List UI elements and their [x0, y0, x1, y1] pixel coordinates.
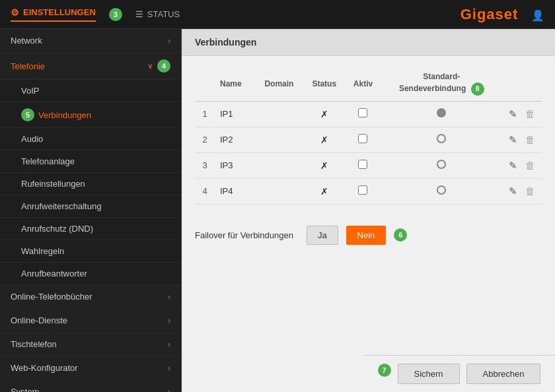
sidebar-item-system[interactable]: System › [0, 380, 181, 392]
failover-row: Failover für Verbindungen Ja Nein 6 [182, 215, 555, 255]
table-row: 4 IP4 ✗ ✎ 🗑 [195, 178, 542, 204]
badge-3: 3 [109, 8, 122, 21]
anrufschutz-label: Anrufschutz (DND) [21, 224, 93, 234]
table-row: 1 IP1 ✗ ✎ 🗑 [195, 101, 542, 127]
edit-button[interactable]: ✎ [506, 184, 520, 199]
audio-label: Audio [21, 134, 43, 144]
sidebar-subitem-anrufweiterschaltung[interactable]: Anrufweiterschaltung [0, 195, 181, 218]
sidebar-item-telefonie[interactable]: Telefonie ∨ 4 [0, 53, 181, 80]
web-konfigurator-label: Web-Konfigurator [11, 363, 78, 373]
cell-num: 4 [195, 178, 215, 204]
gear-icon: ⚙ [11, 7, 19, 18]
cell-name: IP1 [215, 101, 255, 127]
cell-aktiv[interactable] [346, 127, 381, 152]
aktiv-checkbox[interactable] [358, 134, 367, 143]
einstellungen-tab[interactable]: ⚙ EINSTELLUNGEN [11, 7, 96, 22]
col-standard: Standard-Sendeverbindung 8 [381, 67, 502, 101]
col-aktiv: Aktiv [346, 67, 381, 101]
chevron-right-icon-5: › [168, 364, 170, 373]
user-icon: 👤 [531, 10, 544, 21]
cell-aktiv[interactable] [346, 101, 381, 127]
sidebar-subitem-telefonanlage[interactable]: Telefonanlage [0, 150, 181, 173]
cell-actions: ✎ 🗑 [502, 178, 542, 204]
hamburger-icon: ☰ [135, 9, 143, 19]
delete-button[interactable]: 🗑 [523, 133, 538, 147]
cell-status: ✗ [303, 178, 346, 204]
edit-button[interactable]: ✎ [506, 158, 520, 173]
sidebar-subitem-audio[interactable]: Audio [0, 128, 181, 150]
network-label: Network [11, 36, 42, 46]
edit-button[interactable]: ✎ [506, 133, 520, 147]
table-row: 2 IP2 ✗ ✎ 🗑 [195, 127, 542, 152]
verbindungen-label: Verbindungen [38, 110, 91, 120]
cell-standard[interactable] [381, 178, 502, 204]
delete-button[interactable]: 🗑 [523, 158, 538, 172]
sidebar-subitem-verbindungen[interactable]: 5 Verbindungen [0, 102, 181, 128]
content-footer: 7 Sichern Abbrechen [363, 355, 555, 392]
online-telefonbuecher-label: Online-Telefonbücher [11, 292, 92, 302]
cell-domain [255, 152, 303, 178]
cell-num: 1 [195, 101, 215, 127]
cell-standard[interactable] [381, 127, 502, 152]
cell-actions: ✎ 🗑 [502, 152, 542, 178]
badge-4: 4 [157, 59, 170, 73]
sidebar-subitem-anrufschutz[interactable]: Anrufschutz (DND) [0, 218, 181, 240]
cell-actions: ✎ 🗑 [502, 127, 542, 152]
radio-empty-icon [437, 185, 446, 195]
cell-actions: ✎ 🗑 [502, 101, 542, 127]
sidebar-subitem-wahlregeln[interactable]: Wahlregeln [0, 240, 181, 263]
cell-standard[interactable] [381, 152, 502, 178]
cell-num: 3 [195, 152, 215, 178]
cell-aktiv[interactable] [346, 178, 381, 204]
btn-nein[interactable]: Nein [346, 226, 387, 245]
cell-domain [255, 178, 303, 204]
btn-ja[interactable]: Ja [307, 226, 338, 245]
connections-table: Name Domain Status Aktiv [195, 67, 542, 205]
online-dienste-label: Online-Dienste [11, 315, 67, 325]
sidebar-item-network[interactable]: Network › [0, 29, 181, 53]
sidebar-subitem-anrufbeantworter[interactable]: Anrufbeantworter [0, 263, 181, 285]
einstellungen-label: EINSTELLUNGEN [23, 7, 96, 17]
col-domain: Domain [255, 67, 303, 101]
radio-selected-icon [437, 108, 446, 117]
cell-standard[interactable] [381, 101, 502, 127]
status-tab[interactable]: ☰ STATUS [135, 9, 180, 19]
chevron-right-icon: › [168, 36, 170, 46]
badge-6: 6 [394, 228, 407, 242]
sidebar-subitem-rufeinstellungen[interactable]: Rufeinstellungen [0, 173, 181, 195]
chevron-right-icon-6: › [168, 387, 170, 393]
aktiv-checkbox[interactable] [358, 160, 367, 169]
badge-8: 8 [471, 82, 484, 96]
radio-empty-icon [437, 134, 446, 143]
content-wrapper: Verbindungen Name Domain [182, 29, 555, 392]
tischtelefon-label: Tischtelefon [11, 339, 57, 349]
cell-status: ✗ [303, 152, 346, 178]
col-num [195, 67, 215, 101]
delete-button[interactable]: 🗑 [523, 107, 538, 121]
topbar: ⚙ EINSTELLUNGEN 3 ☰ STATUS Gigaset 👤 [0, 0, 555, 29]
cell-name: IP3 [215, 152, 255, 178]
col-name: Name [215, 67, 255, 101]
delete-button[interactable]: 🗑 [523, 184, 538, 198]
telefonie-label: Telefonie [11, 61, 45, 71]
edit-button[interactable]: ✎ [506, 107, 520, 121]
chevron-down-icon: ∨ [147, 61, 153, 71]
sidebar-subitem-voip[interactable]: VoIP [0, 80, 181, 102]
content-header: Verbindungen [182, 29, 555, 56]
telefonanlage-label: Telefonanlage [21, 156, 75, 166]
cell-status: ✗ [303, 101, 346, 127]
aktiv-checkbox[interactable] [358, 108, 367, 117]
btn-abbrechen[interactable]: Abbrechen [466, 364, 541, 384]
chevron-right-icon-2: › [168, 292, 170, 302]
sidebar-item-online-dienste[interactable]: Online-Dienste › [0, 309, 181, 333]
table-area: Name Domain Status Aktiv [182, 56, 555, 215]
sidebar: Network › Telefonie ∨ 4 VoIP 5 Verbindun… [0, 29, 182, 392]
sidebar-item-tischtelefon[interactable]: Tischtelefon › [0, 333, 181, 356]
sidebar-item-web-konfigurator[interactable]: Web-Konfigurator › [0, 356, 181, 380]
btn-sichern[interactable]: Sichern [398, 364, 460, 384]
col-status: Status [303, 67, 346, 101]
cell-aktiv[interactable] [346, 152, 381, 178]
sidebar-item-online-telefonbuecher[interactable]: Online-Telefonbücher › [0, 285, 181, 309]
cell-num: 2 [195, 127, 215, 152]
aktiv-checkbox[interactable] [358, 185, 367, 195]
